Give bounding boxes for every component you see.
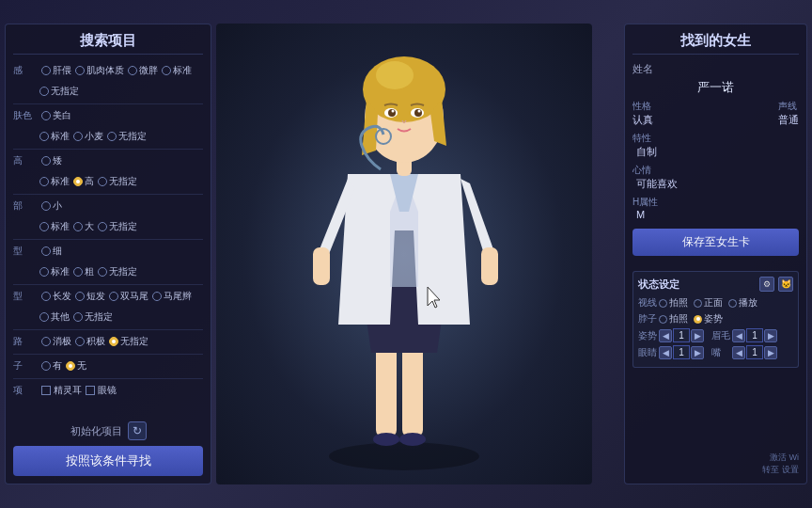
- search-row-route: 路 消极 积极 无指定: [13, 333, 203, 350]
- radio-cu[interactable]: 粗: [73, 265, 94, 278]
- save-button[interactable]: 保存至女生卡: [632, 229, 799, 256]
- state-icons: ⚙ 🐱: [759, 277, 793, 292]
- radio-circle-cf: [41, 292, 51, 301]
- vision-photo-circle: [659, 299, 667, 308]
- radio-jiji[interactable]: 积极: [75, 335, 105, 348]
- radio-you[interactable]: 有: [41, 359, 62, 373]
- radio-circle-wz-hair: [73, 312, 83, 322]
- radio-wuzhiding-feel[interactable]: 无指定: [39, 85, 79, 98]
- radio-circle-wz-w: [98, 267, 107, 277]
- vision-front[interactable]: 正面: [694, 296, 723, 310]
- radio-jirou[interactable]: 肌肉体质: [75, 64, 124, 77]
- radio-duanfa[interactable]: 短发: [75, 290, 105, 303]
- radio-wuzhiding-waist[interactable]: 无指定: [98, 265, 137, 278]
- radio-biaozhun-height[interactable]: 标准: [39, 175, 70, 188]
- h-attr-label: H属性: [632, 196, 799, 209]
- radio-qita[interactable]: 其他: [39, 310, 70, 324]
- radio-meibai[interactable]: 美白: [41, 109, 71, 122]
- eyebrow-value: 1: [746, 328, 763, 342]
- vision-play[interactable]: 播放: [728, 296, 757, 310]
- radio-ai[interactable]: 矮: [41, 154, 62, 167]
- search-button[interactable]: 按照该条件寻找: [13, 446, 203, 476]
- svg-point-15: [392, 110, 395, 113]
- mouth-increment[interactable]: ▶: [764, 346, 777, 359]
- refresh-button[interactable]: ↻: [128, 421, 147, 440]
- voice-value: 普通: [778, 113, 799, 127]
- radio-group-hair1: 长发 短发 双马尾 马尾辫: [41, 290, 192, 303]
- svg-rect-2: [402, 343, 423, 437]
- radio-biaozhun-feel[interactable]: 标准: [162, 64, 192, 77]
- state-row-eyes: 眼睛 ◀ 1 ▶ 嘴 ◀ 1 ▶: [638, 345, 793, 359]
- voice-label: 声线: [778, 100, 799, 113]
- mood-value: 可能喜欢: [632, 177, 799, 191]
- neck-photo[interactable]: 拍照: [659, 312, 688, 325]
- left-panel-title: 搜索项目: [13, 32, 203, 55]
- settings-text: 转至 设置: [762, 464, 799, 476]
- radio-circle-wz-feel: [39, 87, 49, 96]
- row-label-extra: 项: [13, 384, 39, 397]
- neck-label: 脖子: [638, 312, 659, 325]
- checkbox-box-glasses: [86, 386, 95, 395]
- radio-biaozhun-bust[interactable]: 标准: [39, 220, 70, 233]
- eyebrow-decrement[interactable]: ◀: [732, 329, 745, 342]
- radio-circle-bz-w: [39, 267, 49, 277]
- left-panel: 搜索项目 感 肝偎 肌肉体质 微胖 标准 无指定: [5, 24, 211, 484]
- row-label-sub: 子: [13, 359, 39, 373]
- settings-icon[interactable]: ⚙: [759, 277, 774, 292]
- radio-circle-gao: [73, 177, 83, 186]
- radio-wuzhiding-bust[interactable]: 无指定: [98, 220, 137, 233]
- radio-xiaomai[interactable]: 小麦: [73, 130, 103, 143]
- vision-photo[interactable]: 拍照: [659, 296, 688, 310]
- svg-point-16: [418, 110, 421, 113]
- radio-wu[interactable]: 无: [66, 359, 86, 373]
- radio-shuangmawi[interactable]: 双马尾: [109, 290, 148, 303]
- radio-changfa[interactable]: 长发: [41, 290, 71, 303]
- eyebrow-increment[interactable]: ▶: [764, 329, 777, 342]
- radio-da[interactable]: 大: [73, 220, 94, 233]
- radio-gao[interactable]: 高: [73, 175, 94, 188]
- radio-circle-smw: [109, 292, 118, 301]
- name-value: 严一诺: [632, 79, 799, 96]
- row-label-route: 路: [13, 335, 39, 348]
- eyes-decrement[interactable]: ◀: [659, 346, 672, 359]
- radio-xiaoji[interactable]: 消极: [41, 335, 71, 348]
- radio-ganwei[interactable]: 肝偎: [41, 64, 71, 77]
- radio-wuzhiding-height[interactable]: 无指定: [98, 175, 137, 188]
- radio-wuzhiding-route[interactable]: 无指定: [109, 335, 148, 348]
- checkbox-glasses[interactable]: 眼镜: [86, 384, 117, 397]
- radio-circle-cu: [73, 267, 83, 277]
- radio-circle-qt: [39, 312, 49, 322]
- radio-maweib[interactable]: 马尾辫: [152, 290, 192, 303]
- vision-play-circle: [728, 299, 737, 308]
- pose-decrement[interactable]: ◀: [659, 329, 672, 342]
- name-row: 姓名: [632, 62, 799, 76]
- search-row-hair2: 其他 无指定: [13, 309, 203, 325]
- radio-xiao-bust[interactable]: 小: [41, 199, 62, 213]
- pose-stepper: ◀ 1 ▶: [659, 328, 704, 342]
- sep4: [13, 239, 203, 240]
- radio-biaozhun-waist[interactable]: 标准: [39, 265, 70, 278]
- radio-weipang[interactable]: 微胖: [128, 64, 158, 77]
- checkbox-elf-ears[interactable]: 精灵耳: [41, 384, 82, 397]
- eyes-increment[interactable]: ▶: [691, 346, 704, 359]
- neck-photo-circle: [659, 315, 667, 324]
- radio-wuzhiding-skin[interactable]: 无指定: [107, 130, 147, 143]
- radio-circle-jj: [75, 337, 85, 346]
- svg-point-0: [329, 442, 479, 470]
- radio-xi[interactable]: 细: [41, 245, 62, 258]
- search-row-feel: 感 肝偎 肌肉体质 微胖 标准: [13, 62, 203, 79]
- mouth-label: 嘴: [711, 346, 732, 359]
- pose-increment[interactable]: ▶: [691, 329, 704, 342]
- cat-icon[interactable]: 🐱: [778, 277, 793, 292]
- radio-group-sub: 有 无: [41, 359, 86, 373]
- radio-group-height2: 标准 高 无指定: [39, 175, 137, 188]
- sep8: [13, 378, 203, 379]
- radio-circle-xi: [41, 246, 51, 256]
- neck-pose[interactable]: 姿势: [694, 312, 723, 325]
- mouth-decrement[interactable]: ◀: [732, 346, 745, 359]
- trait-value: 自制: [632, 145, 799, 159]
- radio-biaozhun-skin[interactable]: 标准: [39, 130, 70, 143]
- radio-wuzhiding-hair[interactable]: 无指定: [73, 310, 113, 324]
- radio-circle-df: [75, 292, 85, 301]
- radio-circle-wz-skin: [107, 132, 117, 141]
